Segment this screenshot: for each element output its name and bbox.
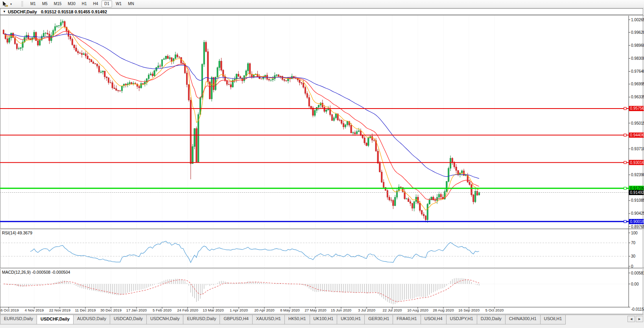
svg-text:13 Mar 2020: 13 Mar 2020 <box>203 308 223 312</box>
macd-bottom-axis-label: -0.01151 <box>631 307 644 311</box>
tab-dj30-daily[interactable]: DJ30,Daily <box>477 315 506 324</box>
svg-text:0.91085: 0.91085 <box>631 198 644 203</box>
tab-scroll-right-icon[interactable]: ► <box>636 316 643 322</box>
svg-text:0.91706: 0.91706 <box>630 186 644 190</box>
svg-text:22 Nov 2019: 22 Nov 2019 <box>49 308 70 312</box>
svg-text:17 Jan 2020: 17 Jan 2020 <box>126 308 147 312</box>
tab-uk100-h1[interactable]: UK100,H1 <box>310 315 338 324</box>
svg-text:100: 100 <box>631 231 638 235</box>
tab-usdchf-daily[interactable]: USDCHF,Daily <box>37 315 74 324</box>
tab-usoil-h1[interactable]: USOil,H1 <box>540 315 566 324</box>
tab-fra40-h1[interactable]: FRA40,H1 <box>393 315 421 324</box>
svg-text:0.00: 0.00 <box>631 282 639 286</box>
timeframe-button-m15[interactable]: M15 <box>51 0 64 7</box>
svg-text:16 Sep 2020: 16 Sep 2020 <box>458 308 480 312</box>
horizontal-line-0.95756[interactable] <box>0 107 629 110</box>
svg-text:8 May 2020: 8 May 2020 <box>280 308 300 312</box>
grid-lines <box>9 16 495 307</box>
timeframe-button-h4[interactable]: H4 <box>90 0 101 7</box>
svg-text:0.90425: 0.90425 <box>631 211 644 216</box>
macd-signal-line <box>4 280 479 302</box>
cursor-tool-icon[interactable] <box>0 0 10 7</box>
svg-text:0.93710: 0.93710 <box>631 147 644 151</box>
svg-text:0.95756: 0.95756 <box>630 106 644 111</box>
svg-text:1.00265: 1.00265 <box>631 18 644 22</box>
price-tag: 0.94406 <box>629 133 644 138</box>
timeframe-button-w1[interactable]: W1 <box>113 0 124 7</box>
svg-text:0.92390: 0.92390 <box>631 173 644 177</box>
svg-text:24 Feb 2020: 24 Feb 2020 <box>177 308 198 312</box>
svg-text:5 Oct 2020: 5 Oct 2020 <box>485 308 504 312</box>
svg-text:11 Dec 2019: 11 Dec 2019 <box>75 308 96 312</box>
symbol-tabs-bar: EURUSD,DailyUSDCHF,DailyAUDUSD,DailyUSDC… <box>0 315 644 328</box>
price-tag: 0.90018 <box>629 219 644 224</box>
price-tag: 0.93016 <box>629 160 644 165</box>
tab-china300-h1[interactable]: CHINA300,H1 <box>505 315 541 324</box>
chart-window-titlebar[interactable]: ▼ USDCHF,Daily 0.91512 0.91518 0.91455 0… <box>0 9 643 15</box>
horizontal-line-0.91706[interactable] <box>0 187 629 190</box>
horizontal-line-0.93016[interactable] <box>0 161 629 164</box>
tab-ger30-h1[interactable]: GER30,H1 <box>364 315 393 324</box>
timeframe-button-group: M1M5M15M30H1H4D1W1MN <box>27 0 137 7</box>
tab-eurusd-daily[interactable]: EURUSD,Daily <box>0 315 37 324</box>
tab-eurusd-daily[interactable]: EURUSD,Daily <box>183 315 220 324</box>
svg-text:20 Apr 2020: 20 Apr 2020 <box>254 308 274 312</box>
timeframe-button-h1[interactable]: H1 <box>79 0 90 7</box>
macd-axis-labels: 0.0058180.00 <box>629 271 644 286</box>
svg-text:70: 70 <box>631 241 636 245</box>
horizontal-line-0.94406[interactable] <box>0 134 629 136</box>
svg-text:0.005818: 0.005818 <box>631 271 644 275</box>
toolbar-grip-handle[interactable] <box>21 1 23 7</box>
price-tag: 0.91492 <box>629 190 644 195</box>
chart-title-caret-icon: ▼ <box>0 10 8 13</box>
svg-text:0.96335: 0.96335 <box>631 95 644 99</box>
timeframe-button-m5[interactable]: M5 <box>39 0 50 7</box>
svg-text:10 Aug 2020: 10 Aug 2020 <box>407 308 428 312</box>
tab-usoil-h4[interactable]: USOil,H4 <box>421 315 447 324</box>
date-axis-labels: 16 Oct 20194 Nov 201922 Nov 201911 Dec 2… <box>0 307 504 312</box>
svg-text:0.96995: 0.96995 <box>631 82 644 86</box>
price-axis-labels: 1.002650.996200.989600.983000.976400.969… <box>629 18 644 229</box>
svg-text:0.95015: 0.95015 <box>631 121 644 125</box>
moving-average-8 <box>4 27 479 210</box>
tab-audusd-daily[interactable]: AUDUSD,Daily <box>73 315 110 324</box>
price-tag: 0.95756 <box>629 106 644 111</box>
chart-title-quotes: 0.91512 0.91518 0.91455 0.91492 <box>41 9 107 14</box>
svg-text:30: 30 <box>631 254 636 258</box>
svg-text:0: 0 <box>631 264 633 269</box>
svg-text:1 Apr 2020: 1 Apr 2020 <box>230 308 248 312</box>
timeframe-button-m1[interactable]: M1 <box>28 0 39 7</box>
tab-uk100-h1[interactable]: UK100,H1 <box>337 315 365 324</box>
svg-text:0.98300: 0.98300 <box>631 56 644 61</box>
timeframe-button-m30[interactable]: M30 <box>65 0 78 7</box>
macd-pane-label: MACD(12,26,9) -0.000508 -0.000504 <box>2 270 70 275</box>
candlesticks <box>3 19 480 223</box>
top-toolbar: ▾ M1M5M15M30H1H4D1W1MN <box>0 0 644 8</box>
timeframe-button-d1[interactable]: D1 <box>101 0 112 7</box>
tool-dropdown-caret-icon[interactable]: ▾ <box>10 2 14 6</box>
rsi-pane-label: RSI(14) 49.3679 <box>2 230 32 235</box>
price-chart-canvas[interactable]: 1.002650.996200.989600.983000.976400.969… <box>0 15 644 315</box>
tab-scroll-left-icon[interactable]: ◄ <box>627 316 635 322</box>
svg-text:0.89765: 0.89765 <box>631 225 644 229</box>
svg-text:0.97640: 0.97640 <box>631 69 644 74</box>
moving-average-55 <box>4 34 479 179</box>
tab-usdcnh-daily[interactable]: USDCNH,Daily <box>146 315 184 324</box>
svg-text:27 May 2020: 27 May 2020 <box>305 308 327 312</box>
svg-text:30 Dec 2019: 30 Dec 2019 <box>100 308 122 312</box>
tab-usdcad-daily[interactable]: USDCAD,Daily <box>110 315 147 324</box>
svg-text:0.90018: 0.90018 <box>630 219 644 224</box>
svg-text:0.94406: 0.94406 <box>630 133 644 137</box>
tab-gbpusd-h4[interactable]: GBPUSD,H4 <box>220 315 253 324</box>
tab-usdjpy-h1[interactable]: USDJPY,H1 <box>446 315 477 324</box>
rsi-axis-labels: 10070300 <box>629 231 638 269</box>
rsi-line <box>30 241 479 262</box>
svg-text:4 Nov 2019: 4 Nov 2019 <box>25 308 44 312</box>
svg-text:5 Feb 2020: 5 Feb 2020 <box>153 308 172 312</box>
horizontal-line-0.90018[interactable] <box>0 220 629 223</box>
tab-hk50-h1[interactable]: HK50,H1 <box>284 315 310 324</box>
svg-text:16 Oct 2019: 16 Oct 2019 <box>0 308 19 312</box>
tab-xauusd-h1[interactable]: XAUUSD,H1 <box>252 315 285 324</box>
svg-text:0.98960: 0.98960 <box>631 43 644 48</box>
timeframe-button-mn[interactable]: MN <box>125 0 137 7</box>
